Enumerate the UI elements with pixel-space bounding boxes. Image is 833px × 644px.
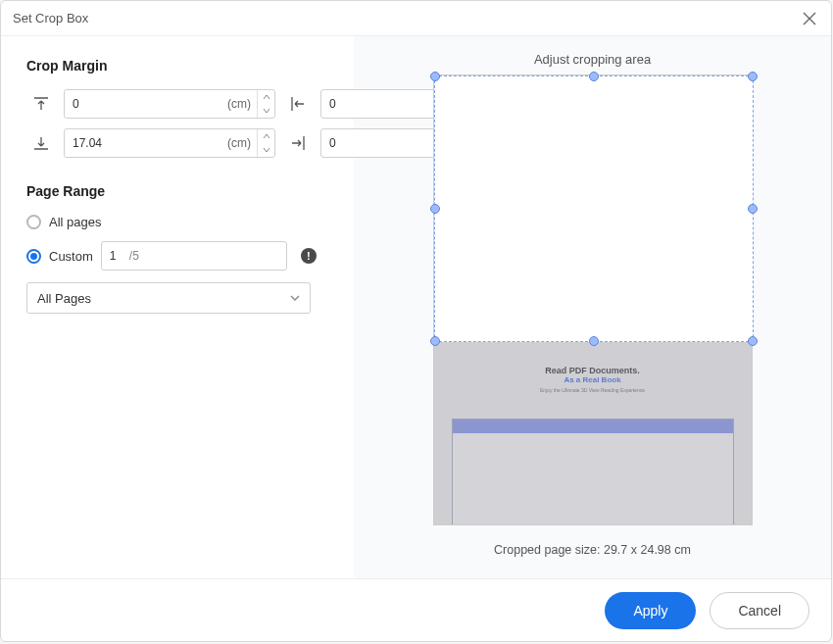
crop-region[interactable] (434, 75, 754, 342)
dialog-body: Crop Margin (cm) (1, 36, 831, 578)
chevron-down-icon (290, 295, 300, 302)
titlebar: Set Crop Box (1, 1, 831, 36)
crop-handle-s[interactable] (589, 336, 599, 346)
page-scope-value: All Pages (37, 291, 290, 306)
crop-handle-sw[interactable] (430, 336, 440, 346)
radio-custom-label: Custom (49, 249, 93, 264)
crop-handle-w[interactable] (430, 204, 440, 214)
apply-button[interactable]: Apply (605, 592, 696, 629)
margin-top-field[interactable]: (cm) (64, 89, 275, 119)
page-range-heading: Page Range (26, 183, 328, 199)
preview-stage: PDFelement Wondershare PDF Reader FREE. … (426, 74, 760, 535)
margin-top-input[interactable] (65, 97, 227, 111)
page-range-total: /5 (129, 249, 139, 263)
preview-heading: Adjust cropping area (534, 52, 651, 67)
dialog-title: Set Crop Box (13, 11, 800, 25)
margin-bottom-unit: (cm) (227, 136, 257, 150)
page-scope-select[interactable]: All Pages (26, 282, 311, 314)
crop-handle-e[interactable] (748, 204, 758, 214)
margin-grid: (cm) (cm) (26, 89, 328, 158)
caret-up-icon[interactable] (258, 90, 274, 104)
caret-down-icon[interactable] (258, 104, 274, 118)
margin-left-icon (283, 94, 313, 114)
page-range-input-wrap[interactable]: /5 (101, 241, 287, 271)
radio-all-pages-row[interactable]: All pages (26, 215, 328, 229)
margin-bottom-field[interactable]: (cm) (64, 128, 275, 158)
left-panel: Crop Margin (cm) (1, 36, 354, 578)
margin-right-icon (283, 133, 313, 153)
crop-handle-nw[interactable] (430, 72, 440, 81)
close-icon (803, 12, 816, 25)
dialog-footer: Apply Cancel (1, 578, 831, 641)
preview-page[interactable]: PDFelement Wondershare PDF Reader FREE. … (433, 74, 753, 525)
right-panel: Adjust cropping area PDFelement Wondersh… (354, 36, 831, 578)
crop-mask (434, 342, 752, 524)
crop-dialog: Set Crop Box Crop Margin (cm) (0, 0, 832, 642)
radio-all-pages[interactable] (26, 215, 41, 229)
margin-bottom-spinner[interactable] (257, 129, 274, 157)
margin-bottom-input[interactable] (65, 136, 227, 150)
cancel-button[interactable]: Cancel (710, 592, 809, 629)
margin-top-icon (26, 94, 56, 114)
radio-custom[interactable] (26, 249, 41, 264)
crop-handle-ne[interactable] (748, 72, 758, 81)
page-range-input[interactable] (110, 249, 129, 263)
crop-handle-se[interactable] (748, 336, 758, 346)
close-button[interactable] (800, 9, 819, 28)
warning-icon[interactable]: ! (301, 248, 317, 264)
margin-bottom-icon (26, 133, 56, 153)
radio-custom-row[interactable]: Custom /5 ! (26, 241, 328, 271)
margin-top-spinner[interactable] (257, 90, 274, 118)
caret-up-icon[interactable] (258, 129, 274, 143)
cropped-size-label: Cropped page size: 29.7 x 24.98 cm (494, 543, 691, 557)
radio-all-pages-label: All pages (49, 215, 101, 229)
caret-down-icon[interactable] (258, 143, 274, 157)
margin-top-unit: (cm) (227, 97, 257, 111)
crop-handle-n[interactable] (589, 72, 599, 81)
crop-margin-heading: Crop Margin (26, 58, 328, 74)
